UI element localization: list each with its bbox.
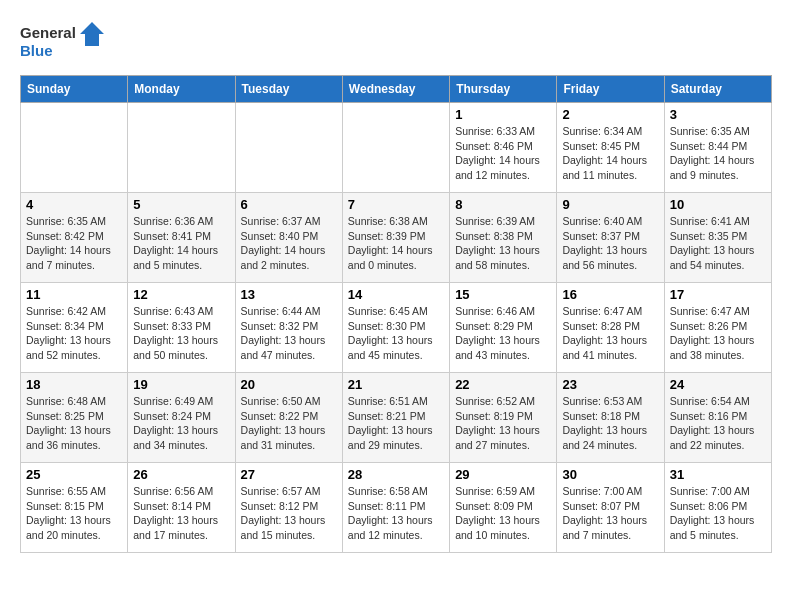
day-info: Sunrise: 6:54 AM Sunset: 8:16 PM Dayligh…: [670, 394, 766, 453]
day-cell: 18Sunrise: 6:48 AM Sunset: 8:25 PM Dayli…: [21, 373, 128, 463]
day-number: 17: [670, 287, 766, 302]
week-row-3: 11Sunrise: 6:42 AM Sunset: 8:34 PM Dayli…: [21, 283, 772, 373]
day-number: 11: [26, 287, 122, 302]
day-info: Sunrise: 6:36 AM Sunset: 8:41 PM Dayligh…: [133, 214, 229, 273]
day-number: 23: [562, 377, 658, 392]
day-cell: 8Sunrise: 6:39 AM Sunset: 8:38 PM Daylig…: [450, 193, 557, 283]
day-cell: 28Sunrise: 6:58 AM Sunset: 8:11 PM Dayli…: [342, 463, 449, 553]
day-number: 21: [348, 377, 444, 392]
day-info: Sunrise: 6:58 AM Sunset: 8:11 PM Dayligh…: [348, 484, 444, 543]
week-row-2: 4Sunrise: 6:35 AM Sunset: 8:42 PM Daylig…: [21, 193, 772, 283]
day-number: 27: [241, 467, 337, 482]
day-info: Sunrise: 6:52 AM Sunset: 8:19 PM Dayligh…: [455, 394, 551, 453]
day-number: 26: [133, 467, 229, 482]
day-info: Sunrise: 6:37 AM Sunset: 8:40 PM Dayligh…: [241, 214, 337, 273]
day-number: 18: [26, 377, 122, 392]
day-cell: 6Sunrise: 6:37 AM Sunset: 8:40 PM Daylig…: [235, 193, 342, 283]
week-row-5: 25Sunrise: 6:55 AM Sunset: 8:15 PM Dayli…: [21, 463, 772, 553]
svg-marker-2: [80, 22, 104, 46]
col-header-saturday: Saturday: [664, 76, 771, 103]
day-cell: 1Sunrise: 6:33 AM Sunset: 8:46 PM Daylig…: [450, 103, 557, 193]
day-number: 31: [670, 467, 766, 482]
day-info: Sunrise: 6:57 AM Sunset: 8:12 PM Dayligh…: [241, 484, 337, 543]
day-cell: 22Sunrise: 6:52 AM Sunset: 8:19 PM Dayli…: [450, 373, 557, 463]
day-cell: 26Sunrise: 6:56 AM Sunset: 8:14 PM Dayli…: [128, 463, 235, 553]
day-number: 15: [455, 287, 551, 302]
day-info: Sunrise: 7:00 AM Sunset: 8:07 PM Dayligh…: [562, 484, 658, 543]
day-number: 25: [26, 467, 122, 482]
page-header: General Blue: [20, 20, 772, 65]
day-info: Sunrise: 6:53 AM Sunset: 8:18 PM Dayligh…: [562, 394, 658, 453]
calendar-table: SundayMondayTuesdayWednesdayThursdayFrid…: [20, 75, 772, 553]
day-info: Sunrise: 6:50 AM Sunset: 8:22 PM Dayligh…: [241, 394, 337, 453]
day-number: 9: [562, 197, 658, 212]
day-cell: 29Sunrise: 6:59 AM Sunset: 8:09 PM Dayli…: [450, 463, 557, 553]
col-header-friday: Friday: [557, 76, 664, 103]
day-cell: 11Sunrise: 6:42 AM Sunset: 8:34 PM Dayli…: [21, 283, 128, 373]
day-info: Sunrise: 6:59 AM Sunset: 8:09 PM Dayligh…: [455, 484, 551, 543]
day-number: 10: [670, 197, 766, 212]
day-cell: 17Sunrise: 6:47 AM Sunset: 8:26 PM Dayli…: [664, 283, 771, 373]
day-number: 20: [241, 377, 337, 392]
day-info: Sunrise: 6:46 AM Sunset: 8:29 PM Dayligh…: [455, 304, 551, 363]
day-info: Sunrise: 6:56 AM Sunset: 8:14 PM Dayligh…: [133, 484, 229, 543]
day-number: 2: [562, 107, 658, 122]
day-number: 6: [241, 197, 337, 212]
day-info: Sunrise: 6:33 AM Sunset: 8:46 PM Dayligh…: [455, 124, 551, 183]
day-cell: 13Sunrise: 6:44 AM Sunset: 8:32 PM Dayli…: [235, 283, 342, 373]
day-cell: 12Sunrise: 6:43 AM Sunset: 8:33 PM Dayli…: [128, 283, 235, 373]
day-number: 8: [455, 197, 551, 212]
col-header-monday: Monday: [128, 76, 235, 103]
day-info: Sunrise: 6:51 AM Sunset: 8:21 PM Dayligh…: [348, 394, 444, 453]
day-cell: 10Sunrise: 6:41 AM Sunset: 8:35 PM Dayli…: [664, 193, 771, 283]
day-info: Sunrise: 6:35 AM Sunset: 8:44 PM Dayligh…: [670, 124, 766, 183]
day-info: Sunrise: 6:47 AM Sunset: 8:26 PM Dayligh…: [670, 304, 766, 363]
col-header-thursday: Thursday: [450, 76, 557, 103]
day-number: 28: [348, 467, 444, 482]
day-number: 4: [26, 197, 122, 212]
day-cell: 14Sunrise: 6:45 AM Sunset: 8:30 PM Dayli…: [342, 283, 449, 373]
day-cell: 27Sunrise: 6:57 AM Sunset: 8:12 PM Dayli…: [235, 463, 342, 553]
day-info: Sunrise: 6:41 AM Sunset: 8:35 PM Dayligh…: [670, 214, 766, 273]
day-info: Sunrise: 6:55 AM Sunset: 8:15 PM Dayligh…: [26, 484, 122, 543]
day-number: 19: [133, 377, 229, 392]
day-cell: 16Sunrise: 6:47 AM Sunset: 8:28 PM Dayli…: [557, 283, 664, 373]
day-number: 3: [670, 107, 766, 122]
day-info: Sunrise: 7:00 AM Sunset: 8:06 PM Dayligh…: [670, 484, 766, 543]
day-cell: [235, 103, 342, 193]
day-info: Sunrise: 6:48 AM Sunset: 8:25 PM Dayligh…: [26, 394, 122, 453]
svg-text:General: General: [20, 24, 76, 41]
week-row-1: 1Sunrise: 6:33 AM Sunset: 8:46 PM Daylig…: [21, 103, 772, 193]
day-cell: [128, 103, 235, 193]
day-number: 7: [348, 197, 444, 212]
day-number: 22: [455, 377, 551, 392]
day-number: 14: [348, 287, 444, 302]
day-cell: [342, 103, 449, 193]
day-cell: 9Sunrise: 6:40 AM Sunset: 8:37 PM Daylig…: [557, 193, 664, 283]
day-cell: 3Sunrise: 6:35 AM Sunset: 8:44 PM Daylig…: [664, 103, 771, 193]
col-header-wednesday: Wednesday: [342, 76, 449, 103]
day-number: 5: [133, 197, 229, 212]
day-cell: 20Sunrise: 6:50 AM Sunset: 8:22 PM Dayli…: [235, 373, 342, 463]
header-row: SundayMondayTuesdayWednesdayThursdayFrid…: [21, 76, 772, 103]
day-info: Sunrise: 6:42 AM Sunset: 8:34 PM Dayligh…: [26, 304, 122, 363]
day-cell: 30Sunrise: 7:00 AM Sunset: 8:07 PM Dayli…: [557, 463, 664, 553]
day-number: 24: [670, 377, 766, 392]
day-number: 30: [562, 467, 658, 482]
day-info: Sunrise: 6:49 AM Sunset: 8:24 PM Dayligh…: [133, 394, 229, 453]
day-cell: 7Sunrise: 6:38 AM Sunset: 8:39 PM Daylig…: [342, 193, 449, 283]
day-info: Sunrise: 6:34 AM Sunset: 8:45 PM Dayligh…: [562, 124, 658, 183]
day-info: Sunrise: 6:44 AM Sunset: 8:32 PM Dayligh…: [241, 304, 337, 363]
day-cell: 2Sunrise: 6:34 AM Sunset: 8:45 PM Daylig…: [557, 103, 664, 193]
day-cell: 25Sunrise: 6:55 AM Sunset: 8:15 PM Dayli…: [21, 463, 128, 553]
day-cell: 21Sunrise: 6:51 AM Sunset: 8:21 PM Dayli…: [342, 373, 449, 463]
col-header-tuesday: Tuesday: [235, 76, 342, 103]
day-info: Sunrise: 6:47 AM Sunset: 8:28 PM Dayligh…: [562, 304, 658, 363]
day-info: Sunrise: 6:39 AM Sunset: 8:38 PM Dayligh…: [455, 214, 551, 273]
day-number: 29: [455, 467, 551, 482]
day-cell: 19Sunrise: 6:49 AM Sunset: 8:24 PM Dayli…: [128, 373, 235, 463]
day-info: Sunrise: 6:38 AM Sunset: 8:39 PM Dayligh…: [348, 214, 444, 273]
day-cell: 23Sunrise: 6:53 AM Sunset: 8:18 PM Dayli…: [557, 373, 664, 463]
day-cell: [21, 103, 128, 193]
day-cell: 5Sunrise: 6:36 AM Sunset: 8:41 PM Daylig…: [128, 193, 235, 283]
